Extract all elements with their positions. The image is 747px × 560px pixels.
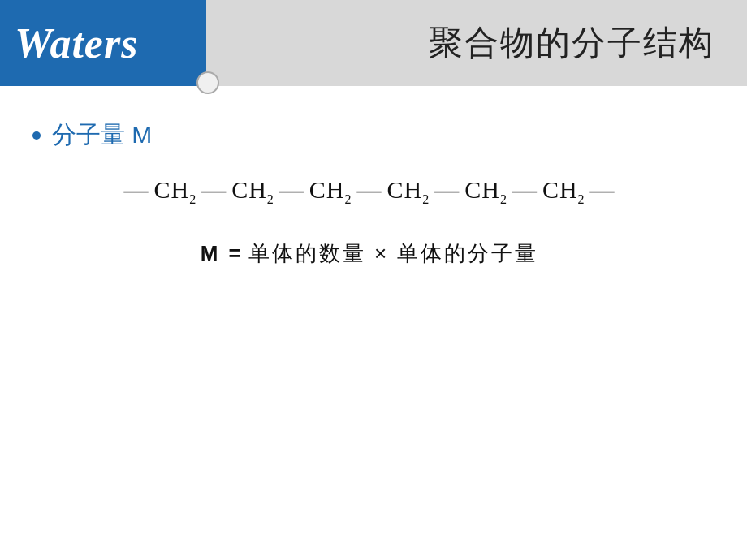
ch2-unit-1: CH2 (153, 176, 196, 207)
dash-3: — (357, 176, 382, 204)
waters-logo: Waters (15, 19, 138, 67)
dash-2: — (279, 176, 304, 204)
header-gray-area: 聚合物的分子结构 (206, 0, 747, 86)
equation-row: M = 单体的数量 × 单体的分子量 (32, 239, 706, 268)
circle-decoration (196, 71, 219, 94)
dash-start: — (123, 176, 149, 204)
bullet-label: 分子量 M (52, 118, 152, 152)
header-blue-area: Waters (0, 0, 206, 86)
ch2-unit-5: CH2 (464, 176, 507, 207)
dash-1: — (201, 176, 227, 204)
equation-rhs: 单体的数量 × 单体的分子量 (248, 239, 539, 268)
equation-lhs: M = (201, 241, 244, 266)
dash-4: — (434, 176, 460, 204)
dash-5: — (512, 176, 538, 204)
ch2-unit-4: CH2 (387, 176, 430, 207)
dash-end: — (590, 176, 615, 204)
chemical-formula: — CH2 — CH2 — CH2 — CH2 — CH2 — CH2 (32, 176, 706, 207)
ch2-unit-2: CH2 (231, 176, 274, 207)
bullet-row: 分子量 M (32, 118, 706, 152)
ch2-unit-6: CH2 (542, 176, 585, 207)
slide-title: 聚合物的分子结构 (429, 20, 715, 66)
ch2-unit-3: CH2 (309, 176, 352, 207)
content-area: 分子量 M — CH2 — CH2 — CH2 — CH2 — CH2 — (0, 86, 747, 560)
slide: Waters 聚合物的分子结构 ©2004 Waters Corporation… (0, 0, 747, 560)
bullet-dot (32, 131, 41, 140)
